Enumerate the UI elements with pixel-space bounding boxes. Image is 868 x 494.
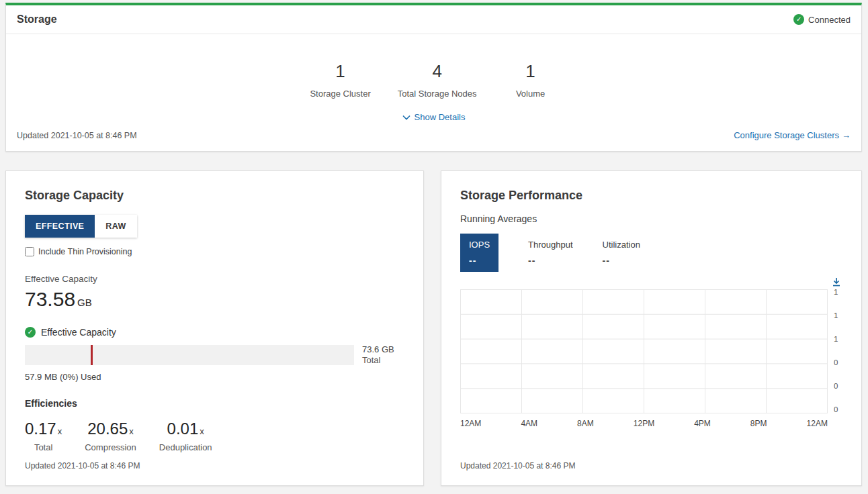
efficiency-label: Deduplication xyxy=(159,442,212,452)
capacity-bar-row: 73.6 GB Total xyxy=(25,344,404,366)
chart-plot-area xyxy=(460,289,828,413)
connection-status-label: Connected xyxy=(808,15,851,25)
storage-updated-timestamp: Updated 2021-10-05 at 8:46 PM xyxy=(17,131,137,140)
stat-volume: 1 Volume xyxy=(504,61,558,99)
y-tick-label: 1 xyxy=(834,336,842,342)
capacity-card-title: Storage Capacity xyxy=(25,189,404,203)
capacity-total-value: 73.6 GB xyxy=(362,344,394,355)
tab-iops[interactable]: IOPS -- xyxy=(460,234,498,272)
tab-utilization[interactable]: Utilization -- xyxy=(603,234,640,272)
chart-main: 12AM4AM8AM12PM4PM8PM12AM xyxy=(460,289,828,428)
capacity-check-icon: ✓ xyxy=(25,327,36,338)
storage-card-title: Storage xyxy=(17,13,57,26)
tab-effective[interactable]: EFFECTIVE xyxy=(25,215,95,238)
storage-card-header: Storage ✓ Connected xyxy=(6,5,861,34)
x-tick-label: 8AM xyxy=(577,419,594,428)
thin-provisioning-row: Include Thin Provisioning xyxy=(25,247,404,256)
running-averages-label: Running Averages xyxy=(460,213,842,224)
performance-updated-timestamp: Updated 2021-10-05 at 8:46 PM xyxy=(460,461,842,471)
stat-label: Volume xyxy=(504,89,558,99)
capacity-updated-timestamp: Updated 2021-10-05 at 8:46 PM xyxy=(25,461,404,471)
thin-provisioning-checkbox[interactable] xyxy=(25,247,34,256)
x-tick-label: 4PM xyxy=(694,419,711,428)
capacity-progress-bar xyxy=(25,345,354,365)
show-details-link[interactable]: Show Details xyxy=(6,112,861,122)
thin-provisioning-label: Include Thin Provisioning xyxy=(38,247,132,256)
tab-value: -- xyxy=(528,255,573,266)
storage-performance-card: Storage Performance Running Averages IOP… xyxy=(441,170,862,486)
storage-capacity-card: Storage Capacity EFFECTIVE RAW Include T… xyxy=(5,170,424,486)
capacity-bar-header: ✓ Effective Capacity xyxy=(25,327,404,338)
x-tick-label: 8PM xyxy=(750,419,767,428)
storage-summary-card: Storage ✓ Connected 1 Storage Cluster 4 … xyxy=(5,3,862,152)
effective-capacity-label: Effective Capacity xyxy=(25,274,404,284)
chart-toolbar xyxy=(460,277,842,287)
efficiency-number: 0.01 xyxy=(167,419,199,438)
efficiency-value: 20.65x xyxy=(85,419,136,438)
arrow-right-icon: → xyxy=(842,130,851,140)
tab-value: -- xyxy=(603,255,640,266)
dashboard-row: Storage Capacity EFFECTIVE RAW Include T… xyxy=(5,170,862,486)
x-tick-label: 4AM xyxy=(521,419,537,428)
storage-stats: 1 Storage Cluster 4 Total Storage Nodes … xyxy=(6,61,861,99)
tab-label: Throughput xyxy=(528,240,573,250)
tab-raw[interactable]: RAW xyxy=(95,215,136,238)
performance-chart: 12AM4AM8AM12PM4PM8PM12AM 111000 xyxy=(460,289,842,428)
efficiency-compression: 20.65x Compression xyxy=(85,419,136,452)
efficiency-suffix: x xyxy=(200,426,204,436)
download-icon[interactable] xyxy=(832,277,841,287)
efficiency-suffix: x xyxy=(58,426,62,436)
capacity-used-label: 57.9 MB (0%) Used xyxy=(25,372,404,382)
efficiency-suffix: x xyxy=(129,426,134,436)
tab-value: -- xyxy=(469,255,490,266)
connected-check-icon: ✓ xyxy=(793,14,804,25)
capacity-unit: GB xyxy=(77,297,92,308)
stat-total-storage-nodes: 4 Total Storage Nodes xyxy=(398,61,477,99)
stat-label: Storage Cluster xyxy=(310,89,370,99)
performance-card-title: Storage Performance xyxy=(460,189,842,203)
tab-throughput[interactable]: Throughput -- xyxy=(528,234,573,272)
capacity-total-label: Total xyxy=(362,355,394,366)
efficiency-label: Compression xyxy=(85,442,136,452)
x-tick-label: 12AM xyxy=(460,419,481,428)
efficiency-number: 20.65 xyxy=(87,419,128,438)
capacity-threshold-marker xyxy=(91,345,93,365)
y-tick-label: 1 xyxy=(834,289,842,295)
y-axis-ticks: 111000 xyxy=(828,289,842,413)
stat-value: 4 xyxy=(398,61,477,82)
stat-value: 1 xyxy=(310,61,370,82)
stat-storage-cluster: 1 Storage Cluster xyxy=(310,61,370,99)
stat-value: 1 xyxy=(504,61,558,82)
y-tick-label: 0 xyxy=(834,406,842,413)
chevron-down-icon xyxy=(402,115,410,120)
storage-dashboard: Storage ✓ Connected 1 Storage Cluster 4 … xyxy=(0,0,868,491)
efficiency-number: 0.17 xyxy=(25,419,56,438)
tab-label: Utilization xyxy=(603,240,640,250)
configure-link-label: Configure Storage Clusters xyxy=(734,130,839,140)
tab-label: IOPS xyxy=(469,240,490,250)
y-tick-label: 0 xyxy=(834,359,842,366)
efficiency-total: 0.17x Total xyxy=(25,419,62,452)
storage-card-footer: Updated 2021-10-05 at 8:46 PM Configure … xyxy=(6,122,861,151)
configure-storage-clusters-link[interactable]: Configure Storage Clusters → xyxy=(734,130,851,140)
capacity-tabs: EFFECTIVE RAW xyxy=(25,215,137,238)
show-details-label: Show Details xyxy=(415,112,466,122)
performance-tabs: IOPS -- Throughput -- Utilization -- xyxy=(460,234,842,272)
capacity-bar-label: Effective Capacity xyxy=(41,327,116,338)
efficiency-value: 0.01x xyxy=(159,419,212,438)
efficiency-value: 0.17x xyxy=(25,419,62,438)
efficiencies-row: 0.17x Total 20.65x Compression 0.01x Ded… xyxy=(25,419,404,452)
capacity-number: 73.58 xyxy=(25,288,75,310)
x-tick-label: 12PM xyxy=(634,419,654,428)
x-axis-ticks: 12AM4AM8AM12PM4PM8PM12AM xyxy=(460,419,828,428)
efficiencies-title: Efficiencies xyxy=(25,398,404,409)
capacity-total: 73.6 GB Total xyxy=(362,344,394,366)
efficiency-deduplication: 0.01x Deduplication xyxy=(159,419,212,452)
connection-status: ✓ Connected xyxy=(793,14,851,25)
x-tick-label: 12AM xyxy=(807,419,828,428)
stat-label: Total Storage Nodes xyxy=(398,89,477,99)
y-tick-label: 0 xyxy=(834,383,842,389)
efficiency-label: Total xyxy=(25,442,62,452)
effective-capacity-value: 73.58GB xyxy=(25,288,404,311)
y-tick-label: 1 xyxy=(834,312,842,319)
